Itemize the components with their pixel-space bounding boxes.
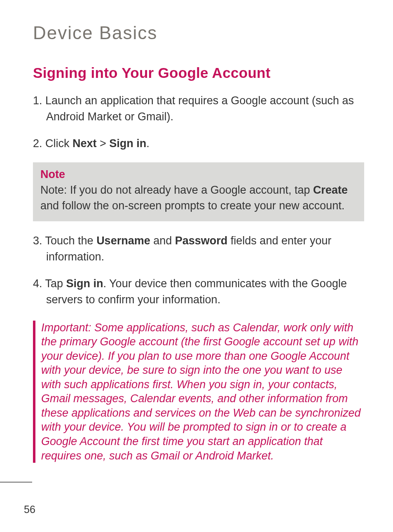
note-body-prefix: Note: If you do not already have a Googl… (40, 184, 313, 196)
footer-rule (0, 482, 32, 483)
note-body-suffix: and follow the on-screen prompts to crea… (40, 199, 344, 212)
page-number: 56 (24, 504, 35, 516)
note-body-bold-create: Create (313, 184, 348, 196)
step-3-prefix: 3. Touch the (33, 234, 96, 247)
step-2: 2. Click Next > Sign in. (33, 136, 364, 152)
section-heading: Signing into Your Google Account (33, 65, 364, 81)
step-4-bold-signin: Sign in (66, 277, 103, 290)
important-box: Important: Some applications, such as Ca… (33, 321, 364, 463)
step-2-prefix: 2. Click (33, 137, 73, 150)
step-3-mid: and (150, 234, 175, 247)
note-body: Note: If you do not already have a Googl… (40, 183, 357, 214)
step-2-bold-signin: Sign in (109, 137, 146, 150)
note-title: Note (40, 168, 357, 181)
step-3-bold-username: Username (96, 234, 150, 247)
step-4-prefix: 4. Tap (33, 277, 66, 290)
page-title: Device Basics (33, 23, 364, 43)
step-2-mid: > (97, 137, 110, 150)
step-3-bold-password: Password (175, 234, 228, 247)
step-3: 3. Touch the Username and Password field… (33, 233, 364, 265)
step-2-suffix: . (146, 137, 150, 150)
step-4: 4. Tap Sign in. Your device then communi… (33, 276, 364, 308)
step-1: 1. Launch an application that requires a… (33, 93, 364, 125)
note-box: Note Note: If you do not already have a … (33, 162, 364, 221)
important-text: Important: Some applications, such as Ca… (41, 321, 364, 463)
step-2-bold-next: Next (73, 137, 97, 150)
